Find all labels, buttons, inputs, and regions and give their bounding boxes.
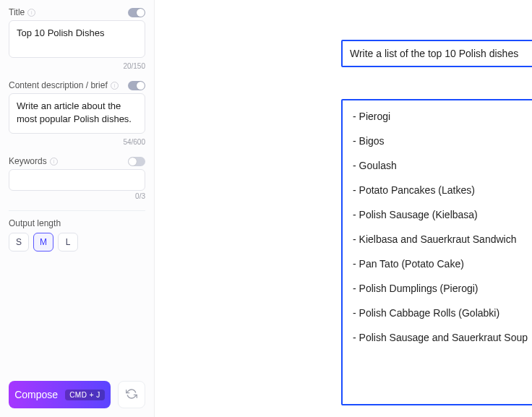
output-item-text: Potato Pancakes (Latkes)	[359, 184, 475, 196]
sidebar: Title i 20/150 Content description / bri…	[0, 0, 155, 417]
description-label: Content description / brief i	[9, 80, 119, 90]
output-box: - Pierogi - Bigos - Goulash - Potato Pan…	[341, 99, 532, 405]
description-field-block: Content description / brief i 54/600	[9, 80, 145, 146]
compose-shortcut: CMD + J	[65, 390, 105, 400]
description-label-text: Content description / brief	[9, 80, 108, 90]
list-item: - Kielbasa and Sauerkraut Sandwich	[353, 233, 532, 245]
title-header: Title i	[9, 7, 145, 17]
keywords-header: Keywords i	[9, 156, 145, 166]
sidebar-body: Title i 20/150 Content description / bri…	[0, 0, 154, 374]
output-item-text: Kielbasa and Sauerkraut Sandwich	[359, 233, 517, 245]
list-item: - Pan Tato (Potato Cake)	[353, 258, 532, 270]
keywords-toggle[interactable]	[128, 157, 145, 166]
description-header: Content description / brief i	[9, 80, 145, 90]
output-item-text: Bigos	[359, 135, 385, 147]
compose-button-label: Compose	[14, 389, 58, 400]
list-item: - Polish Sausage and Sauerkraut Soup	[353, 332, 532, 343]
info-icon[interactable]: i	[27, 9, 35, 17]
title-toggle[interactable]	[128, 8, 145, 17]
main-area: Write a list of the top 10 Polish dishes…	[155, 0, 532, 417]
title-counter: 20/150	[9, 62, 145, 70]
list-item: - Polish Cabbage Rolls (Golabki)	[353, 307, 532, 319]
compose-button[interactable]: Compose CMD + J	[9, 381, 111, 408]
list-item: - Goulash	[353, 160, 532, 171]
keywords-input[interactable]	[9, 169, 145, 191]
output-item-text: Polish Dumplings (Pierogi)	[359, 283, 479, 294]
length-option-l[interactable]: L	[58, 233, 78, 252]
output-length-block: Output length S M L	[9, 218, 145, 252]
output-item-text: Polish Sausage and Sauerkraut Soup	[359, 332, 528, 343]
output-item-text: Pan Tato (Potato Cake)	[359, 258, 464, 270]
title-input[interactable]	[9, 20, 145, 58]
description-counter: 54/600	[9, 138, 145, 146]
title-label-text: Title	[9, 7, 25, 17]
output-item-text: Goulash	[359, 160, 397, 171]
output-item-text: Pierogi	[359, 111, 391, 122]
info-icon[interactable]: i	[50, 158, 58, 165]
command-text: Write a list of the top 10 Polish dishes	[350, 48, 518, 59]
keywords-field-block: Keywords i 0/3	[9, 156, 145, 200]
title-label: Title i	[9, 7, 35, 17]
list-item: - Polish Sausage (Kielbasa)	[353, 209, 532, 220]
keywords-label-text: Keywords	[9, 156, 47, 166]
info-icon[interactable]: i	[111, 82, 119, 90]
sidebar-footer: Compose CMD + J	[0, 374, 154, 417]
refresh-button[interactable]	[118, 381, 145, 408]
keywords-label: Keywords i	[9, 156, 58, 166]
list-item: - Pierogi	[353, 111, 532, 122]
output-item-text: Polish Sausage (Kielbasa)	[359, 209, 478, 220]
keywords-counter: 0/3	[9, 192, 145, 200]
list-item: - Polish Dumplings (Pierogi)	[353, 283, 532, 294]
description-input[interactable]	[9, 93, 145, 134]
list-item: - Potato Pancakes (Latkes)	[353, 184, 532, 196]
length-option-m[interactable]: M	[33, 233, 53, 252]
divider	[9, 210, 145, 211]
length-option-s[interactable]: S	[9, 233, 29, 252]
app-root: Title i 20/150 Content description / bri…	[0, 0, 532, 417]
output-length-row: S M L	[9, 233, 145, 252]
list-item: - Bigos	[353, 135, 532, 147]
output-item-text: Polish Cabbage Rolls (Golabki)	[359, 307, 500, 319]
description-toggle[interactable]	[128, 81, 145, 90]
title-field-block: Title i 20/150	[9, 7, 145, 70]
output-length-label: Output length	[9, 218, 145, 228]
command-box: Write a list of the top 10 Polish dishes	[341, 40, 532, 67]
refresh-icon	[126, 388, 137, 402]
